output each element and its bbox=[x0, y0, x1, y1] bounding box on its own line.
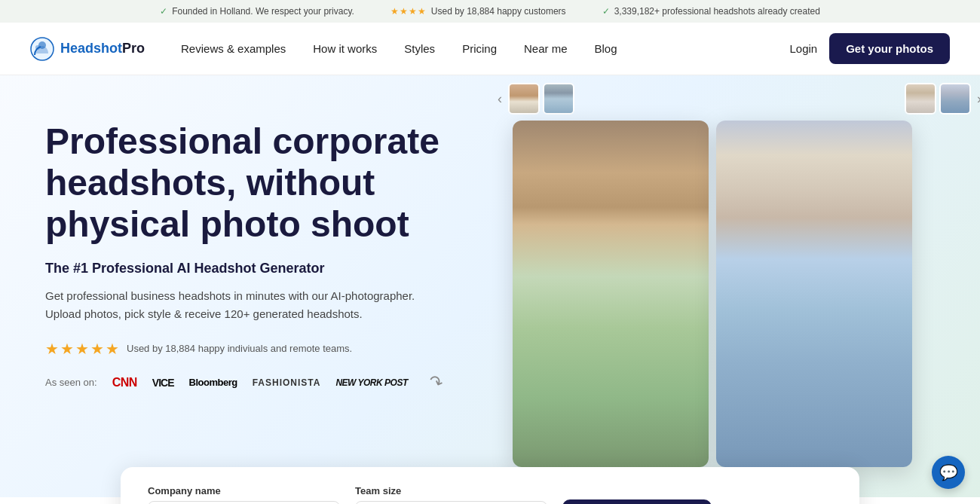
thumb-1 bbox=[508, 83, 540, 115]
team-size-label: Team size bbox=[355, 485, 547, 496]
check-icon-1: ✓ bbox=[160, 6, 167, 17]
hero-star-icons: ★★★★★ bbox=[45, 340, 121, 358]
brand-cnn: CNN bbox=[112, 376, 137, 389]
hero-rating: ★★★★★ Used by 18,884 happy indiviuals an… bbox=[45, 340, 482, 358]
logo-icon bbox=[30, 37, 54, 61]
header-actions: Login Get your photos bbox=[789, 33, 950, 64]
check-icon-2: ✓ bbox=[602, 6, 610, 17]
logo-link[interactable]: HeadshotPro bbox=[30, 37, 145, 61]
hero-stars-text: Used by 18,884 happy indiviuals and remo… bbox=[127, 343, 352, 354]
team-form: Company name Team size Create your team … bbox=[121, 467, 859, 504]
headshot-male bbox=[513, 121, 709, 467]
header: HeadshotPro Reviews & examples How it wo… bbox=[0, 23, 980, 75]
hero-description: Get professional business headshots in m… bbox=[45, 287, 422, 323]
top-bar: ✓ Founded in Holland. We respect your pr… bbox=[0, 0, 980, 23]
star-icons-top: ★★★★ bbox=[390, 6, 427, 17]
nav-pricing[interactable]: Pricing bbox=[462, 42, 497, 55]
headshot-female bbox=[716, 121, 912, 467]
brand-vice: VICE bbox=[152, 377, 174, 389]
topbar-item-1: ✓ Founded in Holland. We respect your pr… bbox=[160, 6, 354, 17]
hero-title: Professional corporate headshots, withou… bbox=[45, 121, 482, 246]
team-size-field: Team size bbox=[355, 485, 547, 504]
topbar-text-2: Used by 18,884 happy customers bbox=[431, 6, 566, 17]
topbar-text-3: 3,339,182+ professional headshots alread… bbox=[614, 6, 820, 17]
right-arrow-icon: › bbox=[977, 91, 980, 107]
hero-section: Professional corporate headshots, withou… bbox=[0, 75, 980, 497]
topbar-text-1: Founded in Holland. We respect your priv… bbox=[172, 6, 354, 17]
company-label: Company name bbox=[148, 485, 340, 496]
topbar-item-2: ★★★★ Used by 18,884 happy customers bbox=[390, 6, 566, 17]
nav-blog[interactable]: Blog bbox=[595, 42, 617, 55]
as-seen-on: As seen on: CNN VICE Bloomberg FASHIONIS… bbox=[45, 373, 482, 393]
hero-images: ‹ › bbox=[513, 75, 980, 497]
topbar-item-3: ✓ 3,339,182+ professional headshots alre… bbox=[602, 6, 820, 17]
chat-icon: 💬 bbox=[939, 463, 958, 481]
curved-arrow-icon: ↷ bbox=[426, 371, 446, 394]
chat-widget[interactable]: 💬 bbox=[932, 456, 965, 489]
thumb-2 bbox=[543, 83, 574, 115]
company-field: Company name bbox=[148, 485, 340, 504]
nav-near[interactable]: Near me bbox=[524, 42, 568, 55]
logo-text: HeadshotPro bbox=[60, 41, 145, 57]
brand-nypost: NEW YORK POST bbox=[335, 377, 407, 388]
hero-content: Professional corporate headshots, withou… bbox=[0, 75, 513, 423]
brand-bloomberg: Bloomberg bbox=[189, 377, 237, 388]
thumb-4 bbox=[939, 83, 971, 115]
nav-reviews[interactable]: Reviews & examples bbox=[181, 42, 286, 55]
as-seen-label: As seen on: bbox=[45, 377, 97, 388]
team-size-input[interactable] bbox=[355, 501, 547, 504]
svg-point-2 bbox=[35, 45, 40, 50]
nav-how[interactable]: How it works bbox=[313, 42, 377, 55]
hero-subtitle: The #1 Professional AI Headshot Generato… bbox=[45, 261, 482, 276]
thumb-3 bbox=[905, 83, 936, 115]
company-input[interactable] bbox=[148, 501, 340, 504]
login-button[interactable]: Login bbox=[789, 42, 817, 55]
brand-fashionista: FASHIONISTA bbox=[253, 377, 321, 388]
get-photos-button[interactable]: Get your photos bbox=[829, 33, 950, 64]
create-team-button[interactable]: Create your team → bbox=[562, 499, 712, 504]
thumbnails-right: › bbox=[905, 83, 980, 115]
main-nav: Reviews & examples How it works Styles P… bbox=[181, 42, 789, 55]
nav-styles[interactable]: Styles bbox=[404, 42, 435, 55]
